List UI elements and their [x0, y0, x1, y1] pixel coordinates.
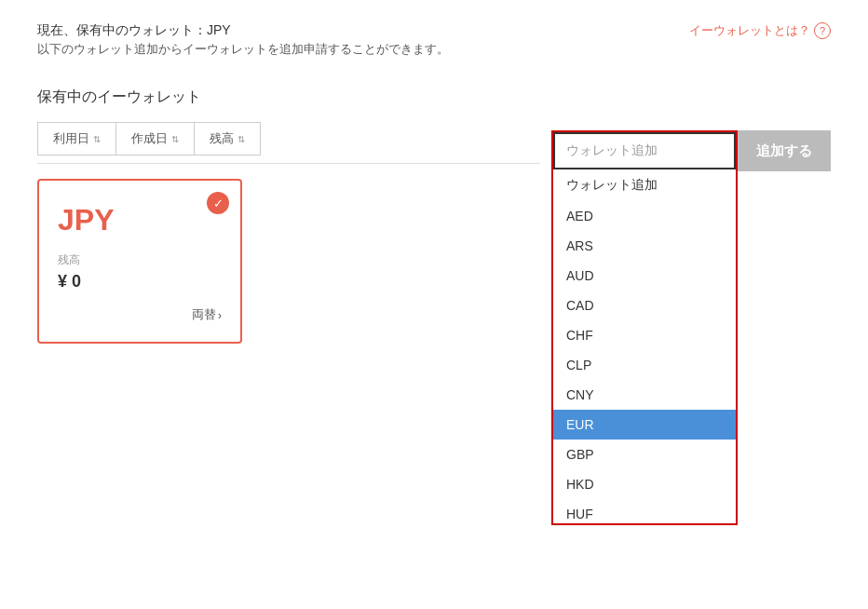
page-container: 現在、保有中のウォレット：JPY 以下のウォレット追加からイーウォレットを追加申… [0, 0, 868, 366]
ewallet-link-text: イーウォレットとは？ [689, 22, 810, 39]
dropdown-item[interactable]: ARS [553, 231, 736, 261]
dropdown-item[interactable]: ウォレット追加 [553, 169, 736, 201]
col-created-date-label: 作成日 [131, 130, 168, 147]
col-created-date[interactable]: 作成日 ⇅ [116, 122, 195, 156]
dropdown-item[interactable]: CLP [553, 350, 736, 380]
col-usage-date-label: 利用日 [53, 130, 89, 147]
table-divider [37, 163, 540, 164]
dropdown-item[interactable]: AUD [553, 261, 736, 291]
balance-label: 残高 [58, 252, 222, 268]
col-usage-date[interactable]: 利用日 ⇅ [37, 122, 116, 156]
dropdown-item[interactable]: AED [553, 201, 736, 231]
add-button[interactable]: 追加する [738, 130, 831, 171]
exchange-label: 両替 [192, 306, 216, 323]
exchange-chevron: › [218, 308, 222, 322]
help-icon: ? [814, 22, 831, 39]
dropdown-item[interactable]: CNY [553, 380, 736, 410]
col-balance-label: 残高 [210, 130, 234, 147]
dropdown-item[interactable]: EUR [553, 410, 736, 440]
sort-icon-usage: ⇅ [93, 134, 101, 144]
ewallet-help-link[interactable]: イーウォレットとは？ ? [689, 22, 831, 39]
selected-badge: ✓ [207, 192, 229, 214]
dropdown-item[interactable]: HUF [553, 499, 736, 523]
sort-icon-balance: ⇅ [237, 134, 245, 144]
sub-text: 以下のウォレット追加からイーウォレットを追加申請することができます。 [37, 41, 831, 58]
sort-icon-created: ⇅ [171, 134, 179, 144]
col-balance[interactable]: 残高 ⇅ [195, 122, 261, 156]
wallet-add-input[interactable] [553, 132, 736, 169]
dropdown-item[interactable]: CHF [553, 320, 736, 350]
dropdown-item[interactable]: GBP [553, 440, 736, 469]
wallet-card-jpy: ✓ JPY 残高 ¥ 0 両替 › [37, 179, 242, 344]
dropdown-item[interactable]: CAD [553, 291, 736, 320]
dropdown-item[interactable]: HKD [553, 469, 736, 499]
dropdown-container: ウォレット追加AEDARSAUDCADCHFCLPCNYEURGBPHKDHUF… [551, 130, 738, 525]
currency-code: JPY [58, 203, 222, 237]
balance-value: ¥ 0 [58, 272, 222, 291]
exchange-link[interactable]: 両替 › [58, 306, 222, 323]
section-title: 保有中のイーウォレット [37, 88, 831, 107]
table-header: 利用日 ⇅ 作成日 ⇅ 残高 ⇅ [37, 122, 540, 156]
dropdown-list[interactable]: ウォレット追加AEDARSAUDCADCHFCLPCNYEURGBPHKDHUF… [553, 169, 736, 523]
dropdown-area: ウォレット追加AEDARSAUDCADCHFCLPCNYEURGBPHKDHUF… [551, 130, 831, 525]
